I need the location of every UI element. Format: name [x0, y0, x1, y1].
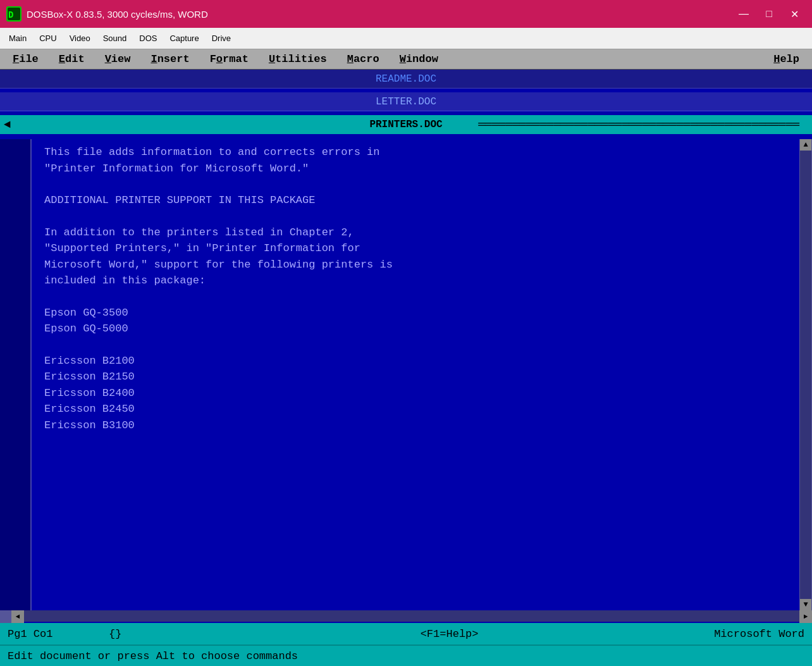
doc-line-6: In addition to the printers listed in Ch… — [44, 225, 802, 241]
doc-line-15: Ericsson B2150 — [44, 369, 802, 385]
scrollbar-row: ◄ ► — [0, 610, 812, 623]
doc-line-12: Epson GQ-5000 — [44, 321, 802, 337]
menu-item-sound[interactable]: Sound — [97, 30, 133, 47]
word-menu-macro[interactable]: Macro — [337, 49, 390, 70]
doc-line-10 — [44, 289, 802, 305]
status-bar: Pg1 Co1 {} <F1=Help> Microsoft Word — [0, 623, 812, 644]
doc-line-11: Epson GQ-3500 — [44, 305, 802, 321]
title-text: DOSBox-X 0.83.5, 3000 cycles/ms, WORD — [27, 9, 208, 20]
scroll-h-container[interactable]: ◄ ► — [11, 610, 812, 623]
corner-piece — [0, 610, 11, 623]
menubar: Main CPU Video Sound DOS Capture Drive — [0, 28, 812, 49]
close-button[interactable]: ✕ — [783, 4, 806, 23]
left-margin — [0, 139, 32, 610]
doc-line-16: Ericsson B2400 — [44, 385, 802, 402]
scroll-right-arrow[interactable]: ► — [799, 610, 812, 623]
word-menu-help[interactable]: Help — [763, 49, 812, 70]
tab-printers[interactable]: ◄ PRINTERS.DOC ═════════════════════════… — [0, 115, 812, 134]
word-menu-edit[interactable]: Edit — [49, 49, 95, 70]
dosbox-icon: D — [6, 6, 22, 22]
doc-line-8: Microsoft Word," support for the followi… — [44, 257, 802, 273]
menu-item-drive[interactable]: Drive — [206, 30, 237, 47]
doc-line-13 — [44, 337, 802, 353]
svg-text:D: D — [8, 9, 13, 20]
menu-item-cpu[interactable]: CPU — [33, 30, 63, 47]
doc-line-5 — [44, 209, 802, 225]
document-area: This file adds information to and correc… — [0, 139, 812, 610]
scroll-track-h — [24, 610, 799, 622]
info-text: Edit document or press Alt to choose com… — [8, 650, 298, 662]
scrollbar-right[interactable]: ▲ ▼ — [799, 139, 812, 610]
doc-line-1: This file adds information to and correc… — [44, 144, 802, 161]
status-app: Microsoft Word — [714, 628, 804, 640]
status-help: <F1=Help> — [185, 628, 714, 640]
tab-readme[interactable]: README.DOC — [0, 70, 812, 89]
scroll-down-arrow[interactable]: ▼ — [800, 599, 811, 610]
doc-line-4: ADDITIONAL PRINTER SUPPORT IN THIS PACKA… — [44, 192, 802, 209]
status-position: Pg1 Co1 — [8, 628, 83, 640]
menu-item-video[interactable]: Video — [63, 30, 97, 47]
word-menu-file[interactable]: File — [0, 49, 49, 70]
title-bar: D DOSBox-X 0.83.5, 3000 cycles/ms, WORD … — [0, 0, 812, 28]
title-left: D DOSBox-X 0.83.5, 3000 cycles/ms, WORD — [6, 6, 208, 22]
doc-line-2: "Printer Information for Microsoft Word.… — [44, 161, 802, 177]
doc-line-9: included in this package: — [44, 273, 802, 289]
doc-line-18: Ericsson B3100 — [44, 417, 802, 434]
word-menu-format[interactable]: Format — [200, 49, 259, 70]
tab-letter[interactable]: LETTER.DOC — [0, 92, 812, 111]
doc-line-7: "Supported Printers," in "Printer Inform… — [44, 240, 802, 257]
scroll-up-arrow[interactable]: ▲ — [800, 139, 811, 151]
maximize-button[interactable]: □ — [758, 4, 780, 23]
word-menu-insert[interactable]: Insert — [140, 49, 199, 70]
doc-line-17: Ericsson B2450 — [44, 401, 802, 417]
doc-tabs: README.DOC LETTER.DOC ◄ PRINTERS.DOC ═══… — [0, 70, 812, 139]
scroll-track-v — [800, 151, 811, 599]
word-menu-view[interactable]: View — [95, 49, 141, 70]
word-menubar: File Edit View Insert Format Utilities M… — [0, 49, 812, 70]
info-bar: Edit document or press Alt to choose com… — [0, 644, 812, 666]
menu-item-main[interactable]: Main — [3, 30, 33, 47]
tab-left-arrow: ◄ — [4, 118, 11, 131]
doc-line-3 — [44, 176, 802, 192]
dosbox-area: File Edit View Insert Format Utilities M… — [0, 49, 812, 666]
doc-line-14: Ericsson B2100 — [44, 353, 802, 369]
minimize-button[interactable]: — — [732, 4, 755, 23]
tab-right-arrow: ════════════════════════════════════════… — [478, 118, 799, 131]
scroll-left-arrow[interactable]: ◄ — [11, 610, 24, 623]
doc-content[interactable]: This file adds information to and correc… — [32, 139, 812, 610]
menu-item-capture[interactable]: Capture — [163, 30, 205, 47]
title-controls: — □ ✕ — [732, 4, 806, 23]
status-braces: {} — [109, 628, 185, 640]
word-menu-window[interactable]: Window — [390, 49, 448, 70]
menu-item-dos[interactable]: DOS — [133, 30, 163, 47]
word-menu-utilities[interactable]: Utilities — [259, 49, 337, 70]
